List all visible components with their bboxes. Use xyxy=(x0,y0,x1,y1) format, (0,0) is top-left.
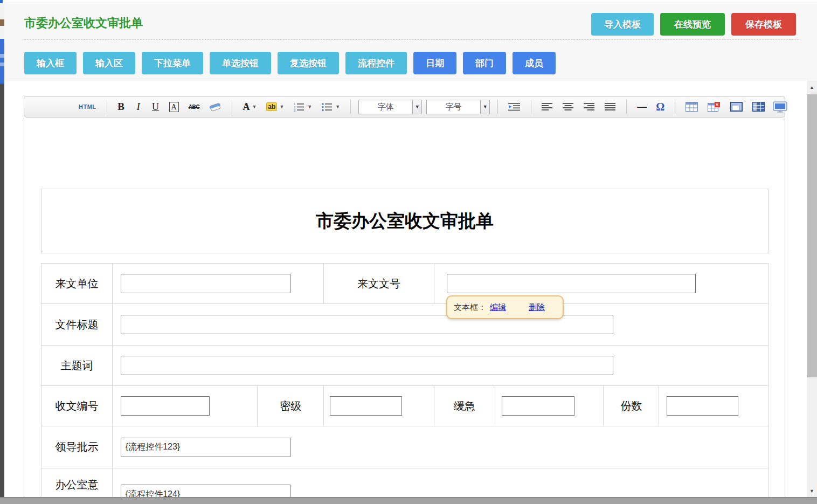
online-preview-button[interactable]: 在线预览 xyxy=(660,13,725,36)
font-family-select[interactable]: 字体 ▼ xyxy=(358,100,422,114)
underline-button[interactable]: U xyxy=(149,99,163,114)
tooltip-delete-link[interactable]: 删除 xyxy=(529,302,545,313)
left-strip-light xyxy=(0,26,4,39)
cell-receipt-number-input xyxy=(113,386,258,426)
form-template-designer-page: 市委办公室收文审批单 导入模板 在线预览 保存模板 输入框 输入区 下拉菜单 单… xyxy=(0,0,817,504)
left-strip-blue xyxy=(0,39,4,84)
insert-department-button[interactable]: 部门 xyxy=(463,52,506,74)
scrollbar-down-arrow[interactable]: ▼ xyxy=(807,485,817,497)
indent-button[interactable] xyxy=(505,99,524,114)
chevron-down-icon[interactable]: ▼ xyxy=(412,100,421,114)
insert-radio-button[interactable]: 单选按钮 xyxy=(210,52,271,74)
cell-properties-button[interactable] xyxy=(749,99,768,114)
table-row: 来文单位 来文文号 xyxy=(41,264,768,304)
monitor-icon xyxy=(773,101,787,113)
align-left-icon xyxy=(542,102,553,111)
insert-dropdown-button[interactable]: 下拉菜单 xyxy=(142,52,203,74)
approval-form-table: 来文单位 来文文号 文件标题 主题词 xyxy=(41,263,768,504)
insert-checkbox-button[interactable]: 复选按钮 xyxy=(278,52,339,74)
italic-button[interactable]: I xyxy=(131,99,146,114)
font-size-select[interactable]: 字号 ▼ xyxy=(426,100,490,114)
highlight-color-button[interactable]: ab ▼ xyxy=(263,99,287,114)
delete-table-icon: × xyxy=(708,102,721,112)
label-source-unit: 来文单位 xyxy=(41,264,113,303)
rich-text-editor: HTML B I U A ABC A ▼ ab xyxy=(24,96,785,504)
source-unit-input[interactable] xyxy=(121,274,290,293)
chevron-down-icon: ▼ xyxy=(335,104,340,109)
insert-date-button[interactable]: 日期 xyxy=(413,52,456,74)
ordered-list-icon: 1 2 3 xyxy=(294,102,305,112)
justify-button[interactable] xyxy=(601,99,619,114)
bold-button[interactable]: B xyxy=(114,99,128,114)
header-action-buttons: 导入模板 在线预览 保存模板 xyxy=(591,13,796,36)
ordered-list-button[interactable]: 1 2 3 ▼ xyxy=(290,99,315,114)
remove-format-button[interactable] xyxy=(206,99,225,114)
import-template-button[interactable]: 导入模板 xyxy=(591,13,654,36)
table-properties-icon xyxy=(730,102,743,112)
cell-document-title-input xyxy=(113,304,768,345)
delete-table-button[interactable]: × xyxy=(704,99,724,114)
table-row: 收文编号 密级 缓急 份数 xyxy=(41,386,768,426)
html-source-button[interactable]: HTML xyxy=(75,99,100,114)
toolbar-separator xyxy=(497,100,498,114)
indent-icon xyxy=(508,102,521,111)
align-center-button[interactable] xyxy=(559,99,577,114)
insert-flow-control-button[interactable]: 流程控件 xyxy=(345,52,407,74)
chevron-down-icon[interactable]: ▼ xyxy=(480,100,489,114)
font-size-value: 字号 xyxy=(427,102,480,112)
urgency-input[interactable] xyxy=(502,396,574,416)
leader-remarks-input[interactable] xyxy=(121,438,290,457)
insert-table-icon xyxy=(686,102,698,112)
cell-subject-words-input xyxy=(113,346,768,385)
secrecy-level-input[interactable] xyxy=(330,396,402,416)
toolbar-separator xyxy=(350,100,351,114)
justify-icon xyxy=(605,102,616,111)
window-bottom-edge xyxy=(0,497,817,504)
scrollbar-thumb[interactable] xyxy=(807,94,817,377)
strikethrough-button[interactable]: ABC xyxy=(185,99,203,114)
label-copies: 份数 xyxy=(604,386,659,426)
document-title-cell[interactable]: 市委办公室收文审批单 xyxy=(41,189,768,253)
highlight-ab-icon: ab xyxy=(266,102,277,111)
label-urgency: 缓急 xyxy=(434,386,495,426)
document-number-input[interactable] xyxy=(447,274,696,293)
horizontal-rule-button[interactable]: — xyxy=(634,99,649,114)
header: 市委办公室收文审批单 导入模板 在线预览 保存模板 输入框 输入区 下拉菜单 单… xyxy=(4,3,817,81)
label-secrecy-level: 密级 xyxy=(258,386,324,426)
table-properties-button[interactable] xyxy=(727,99,746,114)
special-character-button[interactable]: Ω xyxy=(653,99,668,114)
toolbar-separator xyxy=(232,100,232,114)
insert-table-button[interactable] xyxy=(682,99,701,114)
scrollbar-up-arrow[interactable]: ▲ xyxy=(807,81,817,93)
cell-source-unit-input xyxy=(113,264,324,303)
insert-member-button[interactable]: 成员 xyxy=(513,52,556,74)
save-template-button[interactable]: 保存模板 xyxy=(731,13,796,36)
tooltip-edit-link[interactable]: 编辑 xyxy=(490,302,506,313)
receipt-number-input[interactable] xyxy=(121,396,210,416)
vertical-scrollbar[interactable]: ▲ ▼ xyxy=(807,81,817,497)
insert-input-box-button[interactable]: 输入框 xyxy=(24,52,77,74)
font-format-button[interactable]: A xyxy=(166,99,182,114)
subject-words-input[interactable] xyxy=(121,356,613,375)
boxed-a-icon: A xyxy=(169,102,179,112)
copies-input[interactable] xyxy=(667,396,738,416)
label-document-title: 文件标题 xyxy=(41,304,113,345)
chevron-down-icon: ▼ xyxy=(307,104,312,109)
cell-leader-remarks-input xyxy=(113,426,768,468)
text-color-button[interactable]: A ▼ xyxy=(239,99,260,114)
field-tool-buttons: 输入框 输入区 下拉菜单 单选按钮 复选按钮 流程控件 日期 部门 成员 xyxy=(24,52,556,74)
fullscreen-button[interactable] xyxy=(770,99,791,114)
align-right-button[interactable] xyxy=(580,99,598,114)
cell-properties-icon xyxy=(752,102,765,112)
editor-content-area[interactable]: 市委办公室收文审批单 来文单位 来文文号 文件标题 xyxy=(24,118,785,504)
document-title: 市委办公室收文审批单 xyxy=(316,209,494,233)
table-row: 领导批示 xyxy=(41,426,768,468)
label-document-number: 来文文号 xyxy=(324,264,434,303)
align-left-button[interactable] xyxy=(538,99,556,114)
toolbar-separator xyxy=(531,100,531,114)
header-divider xyxy=(24,39,799,40)
unordered-list-button[interactable]: ▼ xyxy=(319,99,343,114)
label-subject-words: 主题词 xyxy=(41,346,113,385)
left-strip-dark xyxy=(0,84,4,497)
insert-textarea-button[interactable]: 输入区 xyxy=(83,52,135,74)
